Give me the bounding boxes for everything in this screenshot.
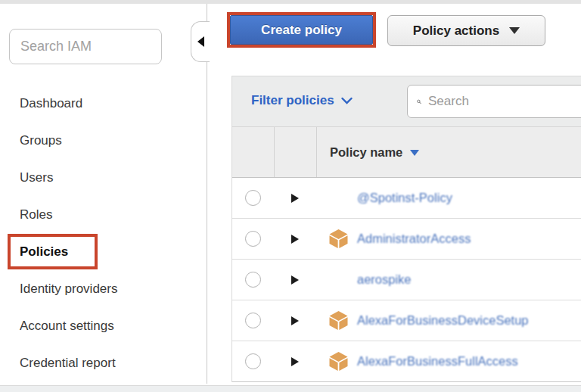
aws-managed-policy-icon — [328, 310, 349, 331]
policy-name-link[interactable]: aerospike — [357, 272, 412, 287]
expand-row-icon[interactable] — [291, 275, 299, 285]
table-row: aerospike — [232, 260, 581, 300]
policy-search-box — [407, 85, 581, 118]
aws-managed-policy-icon — [328, 229, 349, 249]
policy-actions-button[interactable]: Policy actions — [387, 15, 545, 46]
iam-policies-page: Dashboard Groups Users Roles Policies Id… — [0, 0, 581, 392]
filter-policies-dropdown[interactable]: Filter policies — [251, 93, 353, 108]
policy-name-link[interactable]: AdministratorAccess — [357, 232, 471, 246]
table-row: @Spotinst-Policy — [232, 178, 581, 219]
policy-name-link[interactable]: @Spotinst-Policy — [357, 191, 452, 205]
icon-spacer — [328, 269, 349, 290]
sidebar-item-users[interactable]: Users — [0, 168, 204, 188]
policy-search-input[interactable] — [428, 94, 581, 109]
table-header-row: Policy name — [232, 126, 581, 178]
search-iam-input[interactable] — [9, 29, 162, 64]
policies-table-panel: Filter policies Policy name — [231, 76, 581, 382]
filter-policies-label: Filter policies — [251, 93, 334, 108]
table-row: AlexaForBusinessFullAccess — [232, 341, 581, 382]
filter-bar: Filter policies — [232, 76, 581, 126]
page-bottom-edge — [0, 385, 581, 392]
dropdown-caret-icon — [509, 27, 520, 34]
expand-row-icon[interactable] — [291, 235, 299, 244]
collapse-sidebar-button[interactable] — [191, 21, 210, 62]
sidebar-item-identity-providers[interactable]: Identity providers — [0, 279, 204, 299]
sidebar-item-dashboard[interactable]: Dashboard — [0, 94, 204, 114]
column-separator — [316, 127, 317, 177]
policy-name-header-label: Policy name — [330, 145, 402, 160]
collapse-sidebar-icon — [197, 36, 204, 47]
create-policy-highlight-annotation: Create policy — [227, 12, 376, 48]
expand-row-icon[interactable] — [291, 194, 299, 203]
radio-button[interactable] — [245, 272, 261, 288]
search-icon — [417, 95, 421, 109]
policy-name-sort-header[interactable]: Policy name — [330, 145, 419, 160]
policy-name-link[interactable]: AlexaForBusinessFullAccess — [357, 354, 518, 369]
sidebar-nav: Dashboard Groups Users Roles Policies Id… — [0, 94, 204, 390]
cropped-toolbar-edge — [0, 0, 581, 4]
expand-row-icon[interactable] — [291, 357, 299, 366]
sidebar-item-roles[interactable]: Roles — [0, 205, 204, 225]
radio-button[interactable] — [245, 313, 261, 328]
create-policy-button[interactable]: Create policy — [230, 15, 373, 45]
table-row: AdministratorAccess — [232, 219, 581, 260]
aws-managed-policy-icon — [328, 351, 349, 372]
expand-row-icon[interactable] — [291, 316, 299, 325]
sidebar-item-groups[interactable]: Groups — [0, 131, 204, 151]
radio-button[interactable] — [245, 190, 261, 206]
table-row: AlexaForBusinessDeviceSetup — [232, 300, 581, 341]
radio-button[interactable] — [245, 231, 261, 247]
sidebar-item-account-settings[interactable]: Account settings — [0, 316, 204, 336]
policy-name-link[interactable]: AlexaForBusinessDeviceSetup — [357, 313, 529, 328]
radio-button[interactable] — [245, 353, 261, 369]
filter-chevron-icon — [341, 97, 353, 104]
policy-actions-label: Policy actions — [413, 23, 499, 39]
sort-desc-icon — [410, 150, 419, 156]
sidebar-item-policies[interactable]: Policies — [0, 242, 204, 262]
icon-spacer — [328, 188, 349, 208]
sidebar-item-credential-report[interactable]: Credential report — [0, 353, 204, 373]
column-separator — [274, 127, 275, 177]
